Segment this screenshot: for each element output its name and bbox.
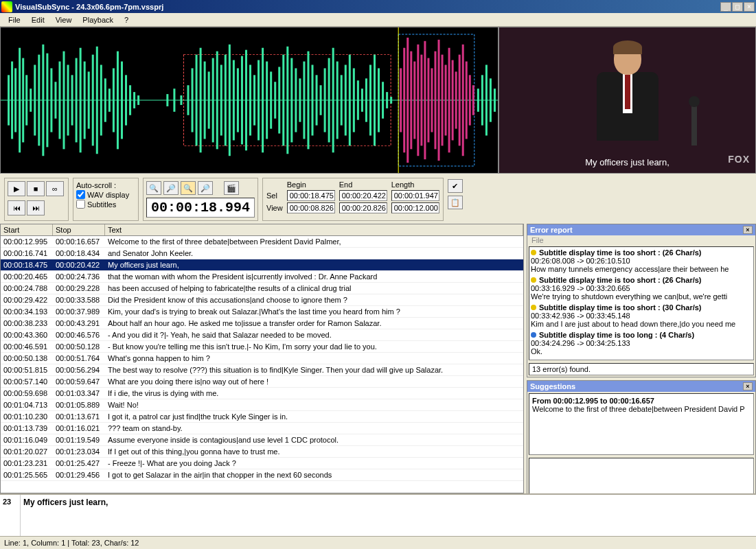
menu-edit[interactable]: Edit xyxy=(26,14,50,25)
svg-rect-69 xyxy=(312,65,314,135)
svg-rect-108 xyxy=(448,48,450,153)
error-report-file-menu[interactable]: File xyxy=(527,235,755,245)
table-row[interactable]: 00:01:16.04900:01:19.549Assume everyone … xyxy=(1,434,523,446)
svg-rect-3 xyxy=(8,75,10,125)
table-row[interactable]: 00:01:10.23000:01:13.671I got it, a patr… xyxy=(1,411,523,423)
suggestions-close-icon[interactable]: × xyxy=(743,382,753,390)
video-network-logo: FOX xyxy=(728,154,750,165)
suggestion-input-area[interactable] xyxy=(529,458,754,499)
next-button[interactable]: ⏭ xyxy=(27,200,45,215)
svg-rect-115 xyxy=(472,85,474,115)
svg-rect-71 xyxy=(320,85,322,115)
table-row[interactable]: 00:01:04.71300:01:05.889Wait! No! xyxy=(1,399,523,411)
close-button[interactable]: × xyxy=(744,2,755,12)
table-row[interactable]: 00:00:29.42200:00:33.588Did the Presiden… xyxy=(1,294,523,306)
zoom-sel-button[interactable]: 🔍 xyxy=(181,181,196,195)
error-item[interactable]: Subtitle display time is too short : (26… xyxy=(531,248,752,273)
table-row[interactable]: 00:01:23.23100:01:25.427- Freeze !|- Wha… xyxy=(1,458,523,469)
check-button[interactable]: ✔ xyxy=(448,179,463,193)
menu-playback[interactable]: Playback xyxy=(77,14,119,25)
svg-rect-46 xyxy=(216,51,218,150)
prev-button[interactable]: ⏮ xyxy=(8,200,25,215)
menu-view[interactable]: View xyxy=(50,14,78,25)
table-row[interactable]: 00:00:18.47500:00:20.422My officers just… xyxy=(1,259,523,271)
autoscroll-label: Auto-scroll : xyxy=(76,181,135,189)
scene-button[interactable]: 🎬 xyxy=(224,181,239,195)
svg-rect-16 xyxy=(58,62,60,139)
grid-header: Start Stop Text xyxy=(1,224,523,236)
table-row[interactable]: 00:00:50.13800:00:51.764What's gonna hap… xyxy=(1,353,523,364)
minimize-button[interactable]: _ xyxy=(720,2,731,12)
svg-rect-52 xyxy=(241,56,243,145)
table-row[interactable]: 00:00:38.23300:00:43.291About half an ho… xyxy=(1,318,523,329)
table-row[interactable]: 00:01:20.02700:01:23.034If I get out of … xyxy=(1,446,523,458)
svg-rect-50 xyxy=(233,60,235,141)
error-report-close-icon[interactable]: × xyxy=(743,226,753,234)
svg-rect-57 xyxy=(262,48,264,153)
view-end-field[interactable]: 00:00:20.826 xyxy=(339,202,387,213)
svg-rect-38 xyxy=(180,95,182,105)
svg-rect-95 xyxy=(403,48,405,153)
zoom-in-button[interactable]: 🔍 xyxy=(146,181,161,195)
sel-begin-field[interactable]: 00:00:18.475 xyxy=(287,190,335,201)
zoom-all-button[interactable]: 🔎 xyxy=(198,181,213,195)
subtitle-grid[interactable]: Start Stop Text 00:00:12.99500:00:16.657… xyxy=(0,224,524,493)
svg-rect-98 xyxy=(413,62,415,139)
svg-rect-107 xyxy=(445,65,447,135)
error-item[interactable]: Subtitle display time is too long : (4 C… xyxy=(531,331,752,355)
menu-file[interactable]: File xyxy=(3,14,26,25)
sel-end-field[interactable]: 00:00:20.422 xyxy=(339,190,387,201)
paste-button[interactable]: 📋 xyxy=(448,196,463,209)
svg-rect-58 xyxy=(266,62,268,139)
svg-rect-112 xyxy=(462,45,464,156)
header-start[interactable]: Start xyxy=(1,224,53,235)
svg-rect-105 xyxy=(438,40,440,161)
view-begin-field[interactable]: 00:00:08.826 xyxy=(287,202,335,213)
table-row[interactable]: 00:01:25.56500:01:29.456I got to get Sal… xyxy=(1,469,523,481)
editor-text-input[interactable]: My officers just learn, xyxy=(21,495,756,536)
svg-rect-64 xyxy=(290,58,293,143)
svg-rect-68 xyxy=(307,51,309,150)
header-stop[interactable]: Stop xyxy=(53,224,105,235)
svg-rect-93 xyxy=(494,89,496,112)
svg-rect-85 xyxy=(378,68,380,132)
play-button[interactable]: ▶ xyxy=(8,181,25,196)
table-row[interactable]: 00:00:12.99500:00:16.657Welcome to the f… xyxy=(1,236,523,248)
table-row[interactable]: 00:00:57.14000:00:59.647What are you doi… xyxy=(1,376,523,388)
error-item[interactable]: Subtitle display time is too short : (30… xyxy=(531,303,752,328)
table-row[interactable]: 00:01:13.73900:01:16.021??? team on stan… xyxy=(1,423,523,434)
wav-display-checkbox[interactable]: WAV display xyxy=(76,190,135,199)
menu-help[interactable]: ? xyxy=(119,14,134,25)
zoom-out-button[interactable]: 🔎 xyxy=(163,181,179,195)
error-item[interactable]: Subtitle display time is too short : (26… xyxy=(531,276,752,301)
svg-rect-114 xyxy=(469,75,471,125)
app-icon xyxy=(1,1,12,12)
svg-rect-14 xyxy=(50,68,52,132)
table-row[interactable]: 00:00:46.59100:00:50.128- But know you'r… xyxy=(1,341,523,353)
table-row[interactable]: 00:00:51.81500:00:56.294The best way to … xyxy=(1,364,523,376)
subtitle-editor[interactable]: 23 My officers just learn, xyxy=(0,493,756,536)
svg-rect-48 xyxy=(225,55,227,146)
svg-rect-72 xyxy=(324,68,326,132)
table-row[interactable]: 00:00:59.69800:01:03.347If i die, the vi… xyxy=(1,388,523,399)
table-row[interactable]: 00:00:20.46500:00:24.736that the woman w… xyxy=(1,271,523,283)
waveform-display[interactable] xyxy=(0,27,499,174)
header-text[interactable]: Text xyxy=(105,224,523,235)
video-caption: My officers just learn, xyxy=(499,157,755,167)
error-report-panel: Error report × File Subtitle display tim… xyxy=(527,224,756,377)
stop-button[interactable]: ■ xyxy=(27,181,45,196)
suggestion-text: Welcome to the first of three debate|bet… xyxy=(532,405,751,413)
loop-button[interactable]: ∞ xyxy=(46,181,64,196)
maximize-button[interactable]: □ xyxy=(732,2,743,12)
svg-rect-62 xyxy=(282,55,284,146)
video-preview[interactable]: My officers just learn, FOX xyxy=(499,27,756,174)
table-row[interactable]: 00:00:16.74100:00:18.434and Senator John… xyxy=(1,248,523,259)
table-row[interactable]: 00:00:43.36000:00:46.576- And you did it… xyxy=(1,329,523,341)
table-row[interactable]: 00:00:34.19300:00:37.989Kim, your dad's … xyxy=(1,306,523,318)
editor-line-number: 23 xyxy=(0,495,21,536)
subtitles-checkbox[interactable]: Subtitles xyxy=(76,200,135,209)
svg-rect-97 xyxy=(410,51,412,150)
svg-rect-94 xyxy=(400,68,402,132)
table-row[interactable]: 00:00:24.78800:00:29.228has been accused… xyxy=(1,283,523,294)
svg-rect-24 xyxy=(92,55,94,146)
